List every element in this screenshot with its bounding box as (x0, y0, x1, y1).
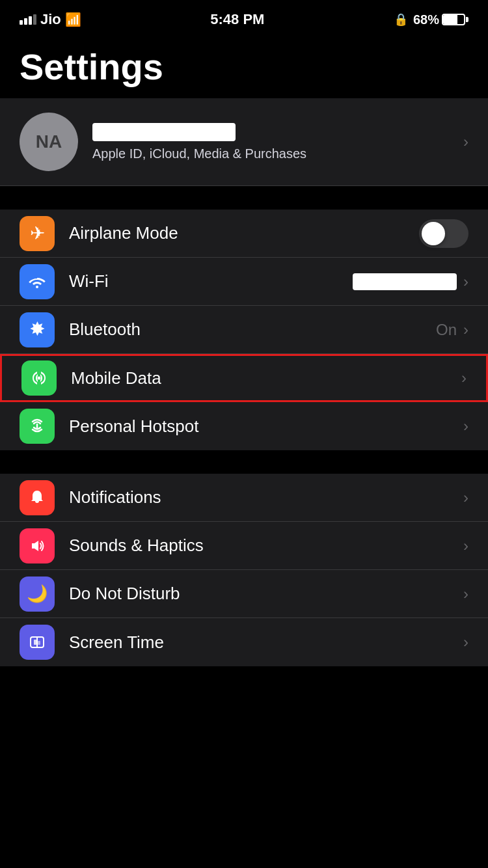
wifi-status-icon: 📶 (65, 12, 81, 27)
section-gap-1 (0, 186, 488, 210)
screen-time-label: Screen Time (69, 632, 463, 653)
airplane-mode-row[interactable]: ✈ Airplane Mode (0, 210, 488, 258)
wifi-chevron-icon: › (463, 273, 468, 291)
svg-rect-5 (38, 641, 40, 645)
profile-info: Apple ID, iCloud, Media & Purchases (92, 123, 449, 161)
network-settings-group: ✈ Airplane Mode Wi-Fi › ✸ Bluetooth On › (0, 210, 488, 450)
sounds-haptics-row[interactable]: Sounds & Haptics › (0, 522, 488, 570)
airplane-mode-toggle[interactable] (419, 219, 468, 248)
chevron-right-icon: › (463, 133, 468, 151)
section-gap-2 (0, 450, 488, 474)
wifi-label: Wi-Fi (69, 271, 353, 292)
sounds-haptics-chevron-icon: › (463, 537, 468, 555)
carrier-label: Jio (40, 11, 61, 28)
screen-time-icon (20, 625, 55, 660)
svg-point-0 (38, 377, 41, 380)
bluetooth-label: Bluetooth (69, 319, 436, 340)
notifications-icon (20, 480, 55, 515)
personal-hotspot-icon (20, 409, 55, 444)
svg-rect-4 (34, 640, 36, 645)
wifi-value-redacted (353, 273, 457, 290)
signal-bars-icon (20, 14, 36, 25)
mobile-data-icon (21, 360, 57, 396)
other-settings-group: Notifications › Sounds & Haptics › 🌙 Do … (0, 474, 488, 666)
wifi-icon (20, 264, 55, 299)
bluetooth-row[interactable]: ✸ Bluetooth On › (0, 306, 488, 354)
mobile-data-chevron-icon: › (461, 369, 467, 387)
profile-subtitle: Apple ID, iCloud, Media & Purchases (92, 146, 449, 161)
sounds-haptics-icon (20, 528, 55, 563)
profile-row[interactable]: NA Apple ID, iCloud, Media & Purchases › (0, 98, 488, 186)
bluetooth-icon: ✸ (20, 312, 55, 347)
profile-name-redacted (92, 123, 236, 141)
status-left: Jio 📶 (20, 11, 81, 28)
avatar: NA (20, 113, 78, 171)
airplane-mode-icon: ✈ (20, 216, 55, 251)
mobile-data-label: Mobile Data (71, 368, 461, 388)
battery-percent: 68% (413, 12, 439, 27)
do-not-disturb-label: Do Not Disturb (69, 584, 463, 604)
do-not-disturb-chevron-icon: › (463, 585, 468, 603)
personal-hotspot-label: Personal Hotspot (69, 416, 463, 437)
notifications-chevron-icon: › (463, 489, 468, 507)
status-right: 🔒 68% (394, 12, 468, 27)
page-title: Settings (20, 46, 468, 88)
notifications-row[interactable]: Notifications › (0, 474, 488, 522)
bluetooth-value: On (436, 321, 457, 339)
lock-icon: 🔒 (394, 12, 408, 27)
battery-icon (442, 14, 468, 25)
do-not-disturb-row[interactable]: 🌙 Do Not Disturb › (0, 570, 488, 618)
notifications-label: Notifications (69, 487, 463, 508)
mobile-data-row[interactable]: Mobile Data › (0, 354, 488, 402)
screen-time-chevron-icon: › (463, 633, 468, 651)
battery-container: 68% (413, 12, 468, 27)
wifi-row[interactable]: Wi-Fi › (0, 258, 488, 306)
personal-hotspot-row[interactable]: Personal Hotspot › (0, 402, 488, 450)
bluetooth-chevron-icon: › (463, 321, 468, 339)
screen-time-row[interactable]: Screen Time › (0, 618, 488, 666)
status-bar: Jio 📶 5:48 PM 🔒 68% (0, 0, 488, 35)
page-title-section: Settings (0, 35, 488, 98)
sounds-haptics-label: Sounds & Haptics (69, 536, 463, 556)
time-label: 5:48 PM (210, 11, 264, 28)
airplane-mode-label: Airplane Mode (69, 223, 419, 243)
personal-hotspot-chevron-icon: › (463, 417, 468, 435)
do-not-disturb-icon: 🌙 (20, 576, 55, 612)
